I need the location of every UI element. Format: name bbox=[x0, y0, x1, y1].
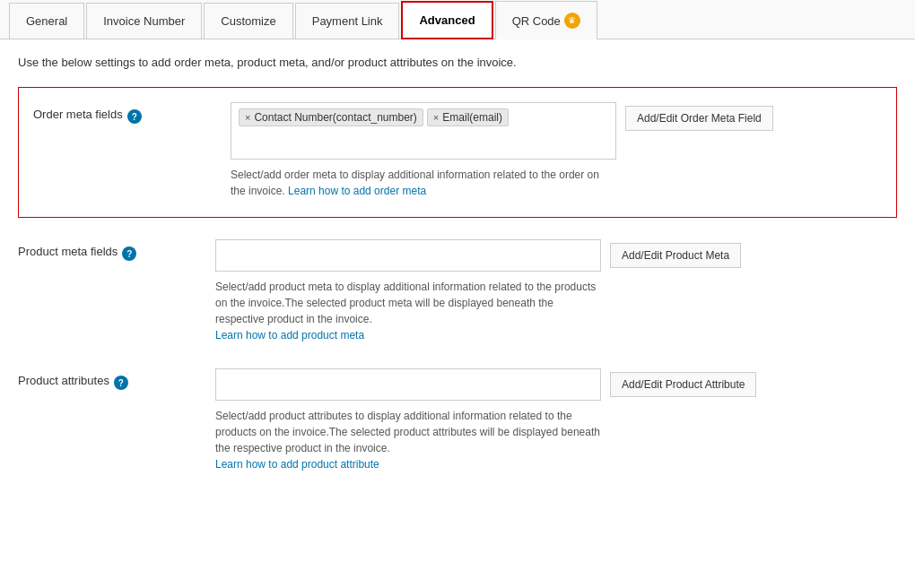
tag-remove-email[interactable]: × bbox=[433, 112, 439, 123]
product-attributes-field-row: Select/add product attributes to display… bbox=[215, 368, 897, 476]
product-attributes-learn-link[interactable]: Learn how to add product attribute bbox=[215, 458, 379, 471]
add-edit-product-attribute-button[interactable]: Add/Edit Product Attribute bbox=[610, 372, 756, 397]
crown-icon: ♛ bbox=[564, 13, 580, 29]
order-meta-row: Order meta fields ? × Contact Number(con… bbox=[33, 102, 882, 203]
product-meta-label: Product meta fields ? bbox=[18, 239, 197, 261]
order-meta-help-icon[interactable]: ? bbox=[127, 109, 142, 124]
product-attributes-description: Select/add product attributes to display… bbox=[215, 408, 601, 472]
product-attributes-content: Select/add product attributes to display… bbox=[215, 368, 897, 476]
product-meta-help-icon[interactable]: ? bbox=[122, 246, 136, 261]
tab-general[interactable]: General bbox=[9, 3, 84, 39]
product-meta-input[interactable] bbox=[215, 239, 601, 272]
tag-remove-contact[interactable]: × bbox=[245, 112, 250, 123]
tab-payment-link[interactable]: Payment Link bbox=[295, 3, 400, 39]
tag-text-contact: Contact Number(contact_number) bbox=[254, 111, 416, 124]
page-wrapper: General Invoice Number Customize Payment… bbox=[0, 0, 915, 588]
order-meta-section: Order meta fields ? × Contact Number(con… bbox=[18, 87, 897, 218]
add-edit-order-meta-button[interactable]: Add/Edit Order Meta Field bbox=[625, 106, 773, 131]
order-meta-learn-link[interactable]: Learn how to add order meta bbox=[288, 185, 426, 197]
order-meta-content: × Contact Number(contact_number) × Email… bbox=[231, 102, 882, 203]
tab-advanced[interactable]: Advanced bbox=[401, 1, 492, 39]
tab-invoice-number[interactable]: Invoice Number bbox=[86, 3, 202, 39]
product-attributes-row: Product attributes ? Select/add product … bbox=[18, 368, 897, 476]
product-meta-learn-link[interactable]: Learn how to add product meta bbox=[215, 329, 364, 342]
product-meta-description: Select/add product meta to display addit… bbox=[215, 279, 601, 343]
product-attributes-input[interactable] bbox=[215, 368, 601, 401]
order-meta-description: Select/add order meta to display additio… bbox=[231, 167, 616, 199]
tabs-bar: General Invoice Number Customize Payment… bbox=[0, 0, 915, 39]
order-meta-tag-input[interactable]: × Contact Number(contact_number) × Email… bbox=[231, 102, 616, 160]
tab-customize[interactable]: Customize bbox=[204, 3, 292, 39]
product-attributes-label: Product attributes ? bbox=[18, 368, 197, 390]
content-area: Use the below settings to add order meta… bbox=[0, 39, 915, 514]
order-meta-tag-email: × Email(email) bbox=[427, 108, 509, 126]
tag-text-email: Email(email) bbox=[442, 111, 502, 124]
product-attributes-help-icon[interactable]: ? bbox=[114, 376, 128, 390]
order-meta-label: Order meta fields ? bbox=[33, 102, 213, 124]
order-meta-right: Add/Edit Order Meta Field bbox=[625, 102, 773, 131]
tab-qr-code[interactable]: QR Code ♛ bbox=[495, 1, 597, 39]
add-edit-product-meta-button[interactable]: Add/Edit Product Meta bbox=[610, 243, 741, 268]
product-meta-right: Add/Edit Product Meta bbox=[610, 239, 741, 268]
product-attributes-left: Select/add product attributes to display… bbox=[215, 368, 601, 476]
product-meta-field-row: Select/add product meta to display addit… bbox=[215, 239, 897, 347]
order-meta-left: × Contact Number(contact_number) × Email… bbox=[231, 102, 616, 203]
order-meta-field-row: × Contact Number(contact_number) × Email… bbox=[231, 102, 882, 203]
product-meta-section: Product meta fields ? Select/add product… bbox=[18, 239, 897, 347]
order-meta-tag-contact: × Contact Number(contact_number) bbox=[239, 108, 423, 126]
product-attributes-right: Add/Edit Product Attribute bbox=[610, 368, 756, 397]
product-attributes-section: Product attributes ? Select/add product … bbox=[18, 368, 897, 476]
product-meta-content: Select/add product meta to display addit… bbox=[215, 239, 897, 347]
intro-text: Use the below settings to add order meta… bbox=[18, 56, 897, 69]
product-meta-left: Select/add product meta to display addit… bbox=[215, 239, 601, 347]
product-meta-row: Product meta fields ? Select/add product… bbox=[18, 239, 897, 347]
